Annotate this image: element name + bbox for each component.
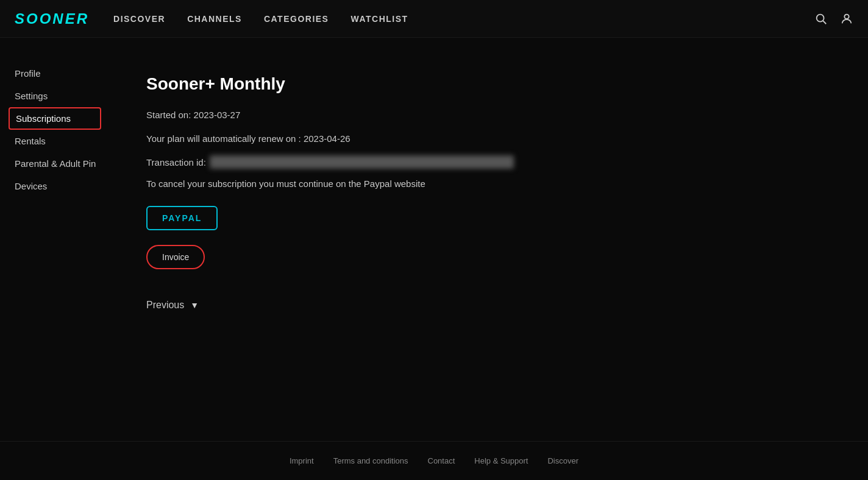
nav-channels[interactable]: CHANNELS <box>187 14 242 24</box>
transaction-row: Transaction id: sooner-de-ovod-30c-l4l-7… <box>146 155 844 169</box>
footer-discover[interactable]: Discover <box>547 456 578 465</box>
header-icons <box>814 12 853 26</box>
search-button[interactable] <box>814 12 828 26</box>
nav-categories[interactable]: CATEGORIES <box>264 14 329 24</box>
started-row: Started on: 2023-03-27 <box>146 108 844 122</box>
footer-contact[interactable]: Contact <box>428 456 455 465</box>
sidebar-item-subscriptions[interactable]: Subscriptions <box>9 107 101 130</box>
footer-imprint[interactable]: Imprint <box>290 456 314 465</box>
footer-help[interactable]: Help & Support <box>474 456 528 465</box>
previous-section[interactable]: Previous ▼ <box>146 300 844 311</box>
subscription-title: Sooner+ Monthly <box>146 74 844 94</box>
renew-row: Your plan will automatically renew on : … <box>146 132 844 146</box>
sidebar-item-settings[interactable]: Settings <box>15 85 107 107</box>
subscription-content: Sooner+ Monthly Started on: 2023-03-27 Y… <box>122 38 868 441</box>
cancel-info: To cancel your subscription you must con… <box>146 178 844 189</box>
svg-point-2 <box>844 14 848 18</box>
sidebar: Profile Settings Subscriptions Rentals P… <box>0 38 122 441</box>
svg-point-0 <box>817 14 824 21</box>
main-nav: DISCOVER CHANNELS CATEGORIES WATCHLIST <box>113 14 814 24</box>
paypal-button[interactable]: PAYPAL <box>146 206 218 230</box>
nav-discover[interactable]: DISCOVER <box>113 14 165 24</box>
svg-line-1 <box>823 21 826 24</box>
main-layout: Profile Settings Subscriptions Rentals P… <box>0 38 868 441</box>
nav-watchlist[interactable]: WATCHLIST <box>350 14 408 24</box>
search-icon <box>814 12 828 26</box>
invoice-button[interactable]: Invoice <box>146 245 205 269</box>
sidebar-item-profile[interactable]: Profile <box>15 62 107 85</box>
user-icon <box>840 12 853 26</box>
sidebar-item-parental[interactable]: Parental & Adult Pin <box>15 152 107 175</box>
sidebar-item-rentals[interactable]: Rentals <box>15 130 107 152</box>
header: SOONER DISCOVER CHANNELS CATEGORIES WATC… <box>0 0 868 38</box>
chevron-down-icon: ▼ <box>190 300 199 310</box>
previous-label: Previous <box>146 300 184 311</box>
footer-terms[interactable]: Terms and conditions <box>333 456 408 465</box>
user-button[interactable] <box>840 12 853 26</box>
sidebar-item-devices[interactable]: Devices <box>15 175 107 197</box>
footer: Imprint Terms and conditions Contact Hel… <box>0 441 868 480</box>
logo: SOONER <box>15 10 89 27</box>
transaction-id: sooner-de-ovod-30c-l4l-795-0_23fac467-04… <box>210 155 514 169</box>
transaction-label: Transaction id: <box>146 157 206 168</box>
started-label: Started on: <box>146 110 191 120</box>
started-date: 2023-03-27 <box>194 110 241 120</box>
